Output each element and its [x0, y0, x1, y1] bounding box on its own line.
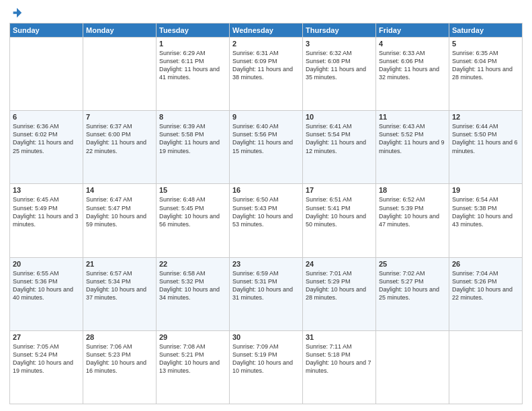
sunrise-text: Sunrise: 6:52 AM [379, 196, 425, 203]
day-info: Sunrise: 6:39 AM Sunset: 5:58 PM Dayligh… [159, 122, 226, 155]
day-cell: 1 Sunrise: 6:29 AM Sunset: 6:11 PM Dayli… [157, 38, 230, 111]
day-cell: 27 Sunrise: 7:05 AM Sunset: 5:24 PM Dayl… [10, 330, 83, 404]
day-info: Sunrise: 7:08 AM Sunset: 5:21 PM Dayligh… [159, 342, 226, 375]
day-cell: 25 Sunrise: 7:02 AM Sunset: 5:27 PM Dayl… [376, 257, 449, 330]
daylight-text: Daylight: 10 hours and 28 minutes. [306, 286, 366, 301]
sunset-text: Sunset: 5:38 PM [452, 205, 497, 212]
sunset-text: Sunset: 5:39 PM [379, 205, 424, 212]
col-sunday: Sunday [10, 24, 83, 38]
day-info: Sunrise: 7:11 AM Sunset: 5:18 PM Dayligh… [306, 342, 373, 375]
day-info: Sunrise: 6:52 AM Sunset: 5:39 PM Dayligh… [379, 195, 446, 228]
day-number: 20 [13, 260, 80, 268]
day-cell: 24 Sunrise: 7:01 AM Sunset: 5:29 PM Dayl… [303, 257, 376, 330]
day-info: Sunrise: 6:47 AM Sunset: 5:47 PM Dayligh… [86, 195, 153, 228]
day-number: 14 [86, 186, 153, 194]
week-row-1: 1 Sunrise: 6:29 AM Sunset: 6:11 PM Dayli… [10, 38, 523, 111]
sunrise-text: Sunrise: 7:08 AM [159, 343, 206, 350]
day-number: 4 [379, 40, 446, 48]
day-info: Sunrise: 7:04 AM Sunset: 5:26 PM Dayligh… [452, 269, 519, 302]
sunset-text: Sunset: 5:58 PM [159, 131, 204, 138]
daylight-text: Daylight: 11 hours and 9 minutes. [379, 139, 445, 154]
daylight-text: Daylight: 11 hours and 22 minutes. [86, 139, 146, 154]
sunrise-text: Sunrise: 6:29 AM [159, 50, 206, 56]
day-cell: 20 Sunrise: 6:55 AM Sunset: 5:36 PM Dayl… [10, 257, 83, 330]
sunrise-text: Sunrise: 7:09 AM [232, 343, 279, 350]
sunrise-text: Sunrise: 7:06 AM [86, 343, 132, 350]
day-info: Sunrise: 6:59 AM Sunset: 5:31 PM Dayligh… [232, 269, 300, 302]
day-info: Sunrise: 7:02 AM Sunset: 5:27 PM Dayligh… [379, 269, 446, 302]
day-cell: 14 Sunrise: 6:47 AM Sunset: 5:47 PM Dayl… [83, 184, 157, 257]
sunset-text: Sunset: 5:18 PM [306, 351, 351, 358]
day-cell: 7 Sunrise: 6:37 AM Sunset: 6:00 PM Dayli… [83, 111, 157, 184]
calendar-table: Sunday Monday Tuesday Wednesday Thursday… [9, 23, 523, 404]
sunset-text: Sunset: 5:23 PM [86, 351, 131, 358]
sunset-text: Sunset: 6:04 PM [452, 58, 497, 64]
daylight-text: Daylight: 11 hours and 25 minutes. [13, 139, 73, 154]
day-info: Sunrise: 6:36 AM Sunset: 6:02 PM Dayligh… [13, 122, 80, 155]
day-number: 31 [306, 333, 373, 341]
day-cell: 6 Sunrise: 6:36 AM Sunset: 6:02 PM Dayli… [10, 111, 83, 184]
sunrise-text: Sunrise: 6:54 AM [452, 196, 498, 203]
day-number: 13 [13, 186, 80, 194]
day-info: Sunrise: 6:32 AM Sunset: 6:08 PM Dayligh… [306, 49, 373, 82]
day-cell: 15 Sunrise: 6:48 AM Sunset: 5:45 PM Dayl… [157, 184, 230, 257]
daylight-text: Daylight: 10 hours and 50 minutes. [306, 213, 366, 228]
day-cell: 21 Sunrise: 6:57 AM Sunset: 5:34 PM Dayl… [83, 257, 157, 330]
sunset-text: Sunset: 5:29 PM [306, 278, 351, 285]
day-cell: 3 Sunrise: 6:32 AM Sunset: 6:08 PM Dayli… [303, 38, 376, 111]
daylight-text: Daylight: 10 hours and 40 minutes. [13, 286, 73, 301]
sunset-text: Sunset: 6:06 PM [379, 58, 424, 64]
sunset-text: Sunset: 5:27 PM [379, 278, 424, 285]
day-info: Sunrise: 6:58 AM Sunset: 5:32 PM Dayligh… [159, 269, 226, 302]
header-row: Sunday Monday Tuesday Wednesday Thursday… [10, 24, 523, 38]
daylight-text: Daylight: 10 hours and 56 minutes. [159, 213, 220, 228]
day-number: 27 [13, 333, 80, 341]
daylight-text: Daylight: 11 hours and 15 minutes. [232, 139, 293, 154]
day-info: Sunrise: 7:05 AM Sunset: 5:24 PM Dayligh… [13, 342, 80, 375]
sunrise-text: Sunrise: 6:51 AM [306, 196, 352, 203]
col-monday: Monday [83, 24, 157, 38]
day-number: 15 [159, 186, 226, 194]
sunrise-text: Sunrise: 6:35 AM [452, 50, 498, 56]
daylight-text: Daylight: 11 hours and 12 minutes. [306, 139, 366, 154]
daylight-text: Daylight: 10 hours and 16 minutes. [86, 359, 146, 374]
day-number: 9 [232, 113, 300, 121]
sunrise-text: Sunrise: 6:39 AM [159, 123, 206, 130]
day-info: Sunrise: 6:29 AM Sunset: 6:11 PM Dayligh… [159, 49, 226, 82]
day-info: Sunrise: 7:01 AM Sunset: 5:29 PM Dayligh… [306, 269, 373, 302]
day-cell: 17 Sunrise: 6:51 AM Sunset: 5:41 PM Dayl… [303, 184, 376, 257]
sunrise-text: Sunrise: 6:40 AM [232, 123, 279, 130]
sunset-text: Sunset: 6:11 PM [159, 58, 204, 64]
sunrise-text: Sunrise: 6:57 AM [86, 270, 132, 277]
daylight-text: Daylight: 11 hours and 28 minutes. [452, 66, 513, 81]
sunrise-text: Sunrise: 6:48 AM [159, 196, 206, 203]
logo-icon [11, 7, 23, 19]
daylight-text: Daylight: 10 hours and 47 minutes. [379, 213, 439, 228]
sunrise-text: Sunrise: 6:36 AM [13, 123, 59, 130]
daylight-text: Daylight: 11 hours and 6 minutes. [452, 139, 518, 154]
sunrise-text: Sunrise: 6:32 AM [306, 50, 352, 56]
daylight-text: Daylight: 10 hours and 25 minutes. [379, 286, 439, 301]
day-info: Sunrise: 6:51 AM Sunset: 5:41 PM Dayligh… [306, 195, 373, 228]
day-info: Sunrise: 6:43 AM Sunset: 5:52 PM Dayligh… [379, 122, 446, 155]
day-cell: 19 Sunrise: 6:54 AM Sunset: 5:38 PM Dayl… [449, 184, 523, 257]
sunrise-text: Sunrise: 6:41 AM [306, 123, 352, 130]
sunset-text: Sunset: 5:41 PM [306, 205, 351, 212]
sunrise-text: Sunrise: 6:47 AM [86, 196, 132, 203]
day-number: 24 [306, 260, 373, 268]
sunrise-text: Sunrise: 6:55 AM [13, 270, 59, 277]
sunrise-text: Sunrise: 6:59 AM [232, 270, 279, 277]
day-info: Sunrise: 6:54 AM Sunset: 5:38 PM Dayligh… [452, 195, 519, 228]
day-info: Sunrise: 6:40 AM Sunset: 5:56 PM Dayligh… [232, 122, 300, 155]
day-info: Sunrise: 6:41 AM Sunset: 5:54 PM Dayligh… [306, 122, 373, 155]
day-info: Sunrise: 7:06 AM Sunset: 5:23 PM Dayligh… [86, 342, 153, 375]
daylight-text: Daylight: 10 hours and 19 minutes. [13, 359, 73, 374]
day-number: 7 [86, 113, 153, 121]
daylight-text: Daylight: 10 hours and 31 minutes. [232, 286, 293, 301]
sunset-text: Sunset: 5:26 PM [452, 278, 497, 285]
day-info: Sunrise: 6:55 AM Sunset: 5:36 PM Dayligh… [13, 269, 80, 302]
day-number: 3 [306, 40, 373, 48]
day-number: 30 [232, 333, 300, 341]
col-wednesday: Wednesday [230, 24, 303, 38]
week-row-4: 20 Sunrise: 6:55 AM Sunset: 5:36 PM Dayl… [10, 257, 523, 330]
